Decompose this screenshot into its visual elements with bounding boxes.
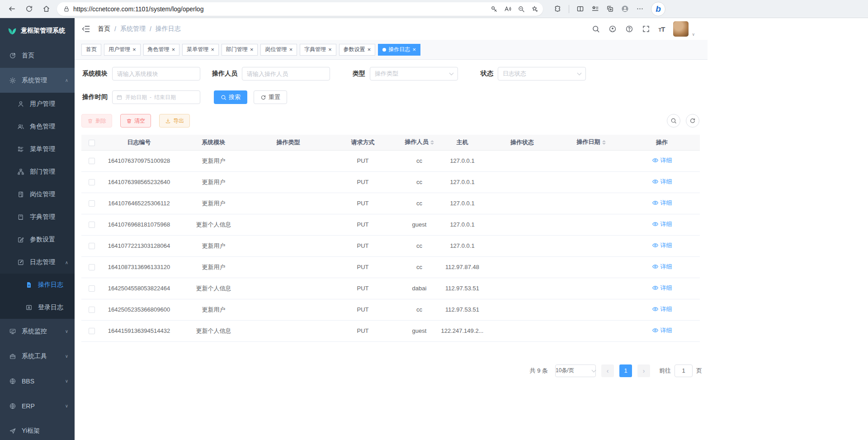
tab-oper-log[interactable]: 操作日志× [378, 44, 420, 56]
row-checkbox[interactable] [89, 158, 95, 164]
row-checkbox[interactable] [89, 285, 95, 292]
user-avatar[interactable] [673, 21, 689, 37]
sidebar-item-role-mgmt[interactable]: 角色管理 [0, 115, 75, 138]
saved-password-key-icon[interactable] [491, 5, 498, 13]
sidebar-item-param-settings[interactable]: 参数设置 [0, 228, 75, 251]
sidebar-item-system-tools[interactable]: 系统工具∨ [0, 344, 75, 369]
type-select[interactable]: 操作类型 [370, 67, 458, 80]
sidebar-item-system-monitor[interactable]: 系统监控∨ [0, 319, 75, 344]
sidebar-item-post-mgmt[interactable]: 岗位管理 [0, 183, 75, 206]
goto-page-input[interactable] [675, 364, 693, 377]
header-search-icon[interactable] [592, 25, 600, 33]
row-checkbox[interactable] [89, 264, 95, 270]
column-header[interactable]: 操作人员 [400, 135, 439, 150]
date-range-input[interactable]: 开始日期 - 结束日期 [112, 90, 200, 104]
github-icon[interactable] [609, 25, 617, 33]
status-select[interactable]: 日志状态 [498, 67, 586, 80]
select-all-checkbox[interactable] [89, 140, 95, 146]
tab-user-mgmt[interactable]: 用户管理× [104, 44, 141, 56]
tab-close-icon[interactable]: × [412, 47, 416, 52]
help-icon[interactable] [625, 25, 633, 33]
export-button[interactable]: 导出 [159, 114, 190, 128]
tab-close-icon[interactable]: × [250, 47, 254, 52]
row-checkbox[interactable] [89, 179, 95, 185]
tab-close-icon[interactable]: × [289, 47, 292, 52]
sort-carets-icon[interactable] [602, 138, 606, 147]
next-page-button[interactable]: › [637, 364, 650, 377]
breadcrumb-item[interactable]: 系统管理 [120, 25, 146, 33]
detail-link[interactable]: 详细 [652, 326, 672, 335]
url-text[interactable]: https://ccnetcore.com:1101/system/log/op… [73, 5, 491, 13]
bing-chat-icon[interactable]: b [651, 2, 665, 16]
sidebar-item-dict-mgmt[interactable]: 字典管理 [0, 206, 75, 228]
refresh-icon[interactable] [23, 3, 35, 15]
detail-link[interactable]: 详细 [652, 241, 672, 250]
font-size-icon[interactable]: TT [659, 25, 665, 33]
sidebar-item-login-log[interactable]: 登录日志 [0, 296, 75, 319]
detail-link[interactable]: 详细 [652, 284, 672, 292]
detail-link[interactable]: 详细 [652, 305, 672, 313]
tab-close-icon[interactable]: × [368, 47, 371, 52]
zoom-out-icon[interactable] [518, 5, 525, 13]
detail-link[interactable]: 详细 [652, 220, 672, 228]
module-input[interactable] [112, 67, 200, 80]
collections-icon[interactable] [606, 5, 614, 13]
search-icon [670, 118, 677, 124]
row-checkbox[interactable] [89, 328, 95, 334]
tab-role-mgmt[interactable]: 角色管理× [143, 44, 180, 56]
reset-button[interactable]: 重置 [254, 90, 287, 104]
tab-menu-mgmt[interactable]: 菜单管理× [182, 44, 219, 56]
browser-profile-icon[interactable] [621, 5, 629, 13]
sidebar-item-menu-mgmt[interactable]: 菜单管理 [0, 138, 75, 161]
favorites-bar-icon[interactable] [591, 5, 599, 13]
sidebar-item-erp[interactable]: ERP∨ [0, 393, 75, 418]
row-checkbox[interactable] [89, 200, 95, 207]
add-favorite-star-icon[interactable] [531, 5, 538, 13]
search-button[interactable]: 搜索 [214, 90, 247, 104]
row-checkbox[interactable] [89, 243, 95, 249]
tab-close-icon[interactable]: × [172, 47, 175, 52]
table-search-toggle-button[interactable] [667, 114, 680, 128]
page-number-button[interactable]: 1 [619, 364, 632, 377]
page-size-select[interactable]: 10条/页 [555, 364, 596, 377]
row-checkbox[interactable] [89, 222, 95, 228]
sidebar-item-user-mgmt[interactable]: 用户管理 [0, 93, 75, 115]
detail-link[interactable]: 详细 [652, 178, 672, 186]
tab-dept-mgmt[interactable]: 部门管理× [222, 44, 258, 56]
operator-input[interactable] [242, 67, 330, 80]
delete-button[interactable]: 删除 [81, 114, 112, 128]
sidebar-item-dept-mgmt[interactable]: 部门管理 [0, 161, 75, 183]
breadcrumb-item[interactable]: 首页 [98, 25, 110, 33]
tab-param-settings[interactable]: 参数设置× [339, 44, 376, 56]
more-options-icon[interactable] [636, 5, 644, 13]
sidebar-item-oper-log[interactable]: 操作日志 [0, 274, 75, 296]
tab-close-icon[interactable]: × [328, 47, 332, 52]
row-checkbox[interactable] [89, 307, 95, 313]
tab-close-icon[interactable]: × [211, 47, 214, 52]
prev-page-button[interactable]: ‹ [601, 364, 614, 377]
back-icon[interactable] [5, 3, 18, 15]
detail-link[interactable]: 详细 [652, 263, 672, 271]
tab-home[interactable]: 首页 [81, 44, 101, 56]
url-bar[interactable]: https://ccnetcore.com:1101/system/log/op… [57, 2, 543, 16]
sidebar-item-yi-framework[interactable]: Yi框架 [0, 418, 75, 440]
sidebar-toggle-icon[interactable] [81, 24, 90, 33]
clear-button[interactable]: 清空 [120, 114, 151, 128]
sidebar-item-bbs[interactable]: BBS∨ [0, 369, 75, 393]
sidebar-item-system-mgmt[interactable]: 系统管理∧ [0, 68, 75, 93]
detail-link[interactable]: 详细 [652, 156, 672, 165]
tab-post-mgmt[interactable]: 岗位管理× [260, 44, 297, 56]
tab-dict-mgmt[interactable]: 字典管理× [300, 44, 336, 56]
sidebar-item-log-mgmt[interactable]: 日志管理∧ [0, 251, 75, 274]
column-header[interactable]: 操作日期 [558, 135, 624, 150]
extensions-puzzle-icon[interactable] [554, 5, 561, 13]
split-screen-icon[interactable] [576, 5, 584, 13]
fullscreen-icon[interactable] [642, 25, 650, 33]
home-icon[interactable] [40, 3, 52, 15]
detail-link[interactable]: 详细 [652, 199, 672, 207]
sidebar-item-home[interactable]: 首页 [0, 43, 75, 68]
read-aloud-icon[interactable] [504, 5, 511, 13]
tab-close-icon[interactable]: × [132, 47, 136, 52]
sort-carets-icon[interactable] [430, 138, 434, 147]
table-refresh-button[interactable] [686, 114, 699, 128]
